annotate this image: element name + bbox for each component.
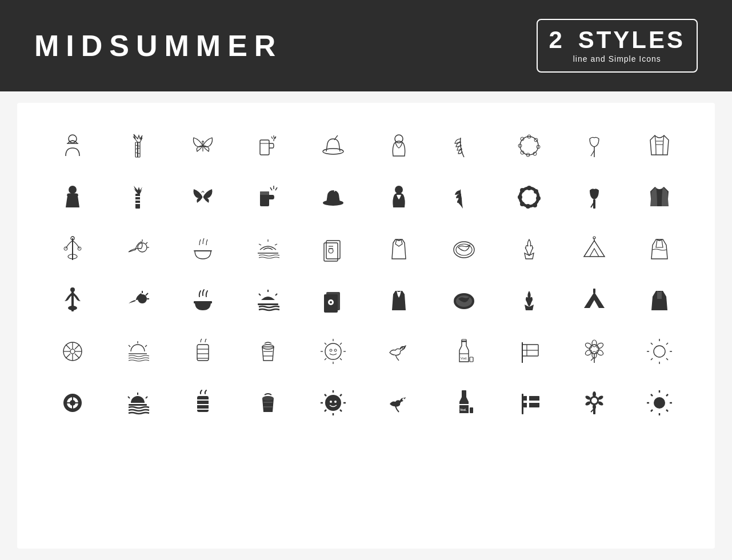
woman-solid-icon [376,174,422,220]
sauna-stove-line-icon [180,329,226,374]
svg-point-160 [262,396,274,401]
svg-point-40 [520,202,525,206]
woman-line-icon [376,123,422,169]
svg-rect-175 [462,390,466,394]
svg-line-112 [325,343,326,345]
svg-point-25 [67,193,78,195]
svg-line-94 [75,345,79,349]
dove-leaf-line-icon [376,329,422,374]
svg-point-38 [533,203,537,207]
butterfly-solid-icon [180,174,226,220]
svg-point-117 [334,349,337,351]
svg-rect-158 [197,404,209,405]
svg-line-98 [145,345,147,347]
svg-line-170 [325,410,326,411]
svg-point-36 [534,189,538,194]
svg-rect-151 [73,402,82,403]
svg-point-70 [138,294,147,303]
svg-line-199 [651,410,653,411]
svg-line-143 [651,358,653,360]
svg-rect-27 [135,196,140,197]
tulip-solid-icon [571,174,617,220]
svg-rect-176 [459,404,469,405]
svg-line-95 [66,354,70,358]
dove-leaf-solid-icon [376,380,422,426]
tyrol-hat-line-icon [310,123,356,169]
vest-solid-icon [637,174,682,220]
sun-face-line-icon [310,329,356,374]
svg-rect-181 [523,401,539,403]
svg-point-135 [585,342,593,350]
svg-rect-178 [470,407,473,413]
svg-point-34 [395,186,403,194]
sunrise-leaf-solid-icon [115,277,161,323]
svg-rect-162 [263,406,273,407]
svg-rect-29 [135,203,140,204]
svg-rect-32 [260,191,269,195]
svg-point-191 [591,398,597,403]
floral-wreath-line-icon [506,123,552,169]
svg-point-116 [330,349,332,351]
sunflower-solid-icon [571,380,617,426]
svg-line-141 [651,343,653,345]
svg-line-93 [75,354,79,358]
svg-line-142 [666,343,668,345]
vodka-bottle-line-icon: Vod. [441,329,487,374]
svg-rect-26 [135,194,140,209]
svg-rect-161 [263,402,273,403]
nordic-flag-line-icon [506,329,552,374]
maypole-line-icon [50,226,95,271]
svg-rect-182 [527,396,529,407]
butterfly-line-icon [180,123,226,169]
svg-rect-148 [72,394,73,403]
birch-tree-solid-icon [115,174,161,220]
sunrise-leaf-line-icon [115,226,161,271]
svg-rect-157 [197,399,209,401]
svg-rect-150 [63,402,73,403]
svg-line-97 [129,345,130,347]
svg-point-9 [323,149,343,154]
svg-rect-7 [260,140,269,155]
svg-point-82 [330,301,332,303]
svg-text:Vod.: Vod. [460,408,467,411]
floral-wreath-solid-icon [506,174,552,220]
svg-rect-159 [197,409,209,410]
birch-tree-line-icon [115,123,161,169]
svg-line-77 [275,294,277,295]
sunset-waves-line-icon [115,329,161,374]
sunflower-line-icon [571,329,617,374]
salmon-plate-line-icon [441,226,487,271]
svg-line-168 [325,394,326,396]
svg-point-39 [526,204,530,209]
svg-line-115 [340,358,342,360]
steaming-bowl-line-icon [180,226,226,271]
vodka-bottle-solid-icon: Vod. [441,380,487,426]
svg-point-131 [596,342,604,350]
svg-point-172 [330,401,332,403]
svg-line-198 [666,394,668,396]
svg-line-153 [128,397,130,398]
badge-number-styles: 2 STYLES [549,28,685,52]
styles-badge: 2 STYLES line and Simple Icons [537,19,698,73]
wheel-line-icon [50,329,95,374]
salmon-plate-solid-icon [441,277,487,323]
svg-point-33 [323,200,343,206]
svg-point-35 [527,186,531,190]
svg-point-174 [402,398,405,401]
fortune-cards-solid-icon [310,277,356,323]
svg-point-68 [70,287,75,292]
apron-dress-solid-icon [376,277,422,323]
svg-point-128 [590,345,599,354]
svg-point-130 [592,340,597,347]
beer-wheat-line-icon [245,123,291,169]
svg-point-163 [325,395,341,411]
page-header: MIDSUMMER 2 STYLES line and Simple Icons [0,0,732,91]
wheel-solid-icon [50,380,95,426]
dirndl-dress-solid-icon [637,277,682,323]
sun-line-icon [637,329,682,374]
svg-rect-85 [593,289,595,293]
svg-point-136 [654,346,665,357]
svg-point-107 [325,343,341,359]
svg-point-69 [68,306,77,310]
svg-point-132 [596,349,604,357]
